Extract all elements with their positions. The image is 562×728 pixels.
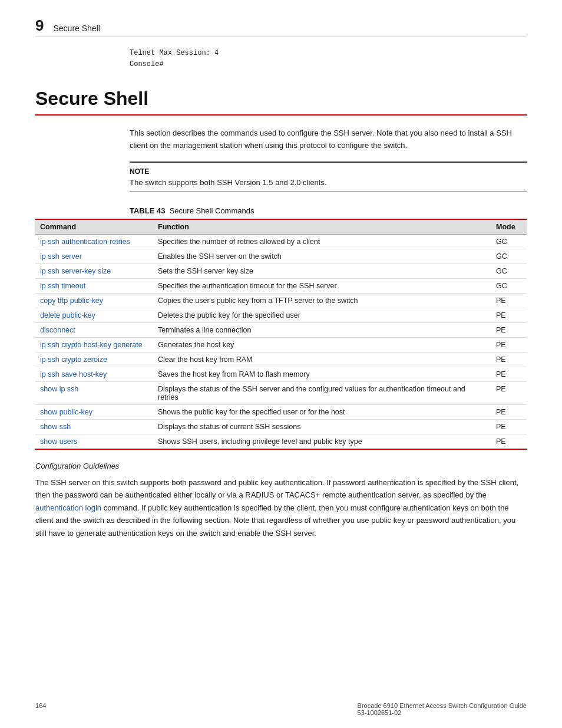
table-cell-function: Shows SSH users, including privilege lev… [153, 434, 491, 449]
table-row: copy tftp public-keyCopies the user's pu… [35, 293, 527, 308]
table-cell-function: Terminates a line connection [153, 322, 491, 337]
doc-title: Brocade 6910 Ethernet Access Switch Conf… [358, 702, 527, 709]
table-cell-command[interactable]: ip ssh save host-key [35, 367, 153, 381]
table-cell-function: Specifies the number of retries allowed … [153, 234, 491, 249]
table-cell-command[interactable]: disconnect [35, 322, 153, 337]
table-cell-function: Enables the SSH server on the switch [153, 249, 491, 263]
table-cell-mode: PE [491, 419, 527, 434]
table-cell-function: Displays the status of the SSH server an… [153, 381, 491, 404]
table-row: delete public-keyDeletes the public key … [35, 308, 527, 322]
config-body-text: The SSH server on this switch supports b… [35, 476, 527, 539]
doc-number: 53-1002651-02 [358, 709, 402, 716]
page-header: 9 Secure Shell [35, 18, 527, 37]
table-row: show ip sshDisplays the status of the SS… [35, 381, 527, 404]
note-box: NOTE The switch supports both SSH Versio… [130, 162, 527, 192]
table-cell-command[interactable]: show ssh [35, 419, 153, 434]
table-cell-mode: PE [491, 367, 527, 381]
chapter-number: 9 [35, 18, 44, 33]
note-label: NOTE [130, 167, 527, 176]
col-header-mode: Mode [491, 219, 527, 235]
table-cell-function: Shows the public key for the specified u… [153, 404, 491, 419]
col-header-function: Function [153, 219, 491, 235]
config-guidelines-title: Configuration Guidelines [35, 462, 527, 470]
table-row: show sshDisplays the status of current S… [35, 419, 527, 434]
code-line-1: Telnet Max Session: 4 [130, 48, 527, 59]
table-cell-mode: PE [491, 308, 527, 322]
table-cell-command[interactable]: show ip ssh [35, 381, 153, 404]
table-cell-command[interactable]: delete public-key [35, 308, 153, 322]
table-row: ip ssh server-key sizeSets the SSH serve… [35, 263, 527, 278]
table-caption: TABLE 43 Secure Shell Commands [130, 206, 527, 215]
table-row: ip ssh timeoutSpecifies the authenticati… [35, 278, 527, 293]
table-header: Command Function Mode [35, 219, 527, 235]
section-title: Secure Shell [35, 88, 527, 116]
table-cell-command[interactable]: show users [35, 434, 153, 449]
table-cell-function: Clear the host key from RAM [153, 352, 491, 367]
table-cell-command[interactable]: show public-key [35, 404, 153, 419]
table-cell-function: Specifies the authentication timeout for… [153, 278, 491, 293]
table-cell-mode: PE [491, 322, 527, 337]
doc-info: Brocade 6910 Ethernet Access Switch Conf… [358, 702, 527, 716]
col-header-command: Command [35, 219, 153, 235]
table-row: ip ssh crypto host-key generateGenerates… [35, 337, 527, 352]
page-number: 164 [35, 702, 46, 716]
table-body: ip ssh authentication-retriesSpecifies t… [35, 234, 527, 449]
table-row: ip ssh crypto zeroizeClear the host key … [35, 352, 527, 367]
table-title: Secure Shell Commands [170, 206, 254, 215]
table-cell-function: Copies the user's public key from a TFTP… [153, 293, 491, 308]
table-row: ip ssh save host-keySaves the host key f… [35, 367, 527, 381]
table-cell-command[interactable]: ip ssh server [35, 249, 153, 263]
table-cell-command[interactable]: copy tftp public-key [35, 293, 153, 308]
table-cell-command[interactable]: ip ssh crypto host-key generate [35, 337, 153, 352]
table-cell-mode: PE [491, 337, 527, 352]
intro-text: This section describes the commands used… [130, 127, 527, 152]
table-row: ip ssh authentication-retriesSpecifies t… [35, 234, 527, 249]
table-cell-mode: GC [491, 249, 527, 263]
code-block: Telnet Max Session: 4 Console# [130, 48, 527, 70]
table-row: show usersShows SSH users, including pri… [35, 434, 527, 449]
table-cell-mode: PE [491, 352, 527, 367]
auth-login-link[interactable]: authentication login [35, 503, 101, 512]
table-cell-function: Deletes the public key for the specified… [153, 308, 491, 322]
page-footer: 164 Brocade 6910 Ethernet Access Switch … [35, 702, 527, 716]
table-cell-mode: PE [491, 381, 527, 404]
table-cell-mode: GC [491, 278, 527, 293]
note-text: The switch supports both SSH Version 1.5… [130, 178, 527, 187]
table-cell-command[interactable]: ip ssh timeout [35, 278, 153, 293]
table-label: TABLE 43 [130, 206, 165, 215]
table-cell-mode: PE [491, 434, 527, 449]
table-cell-command[interactable]: ip ssh authentication-retries [35, 234, 153, 249]
chapter-title: Secure Shell [53, 18, 100, 33]
table-cell-function: Displays the status of current SSH sessi… [153, 419, 491, 434]
commands-table: Command Function Mode ip ssh authenticat… [35, 219, 527, 450]
table-cell-function: Generates the host key [153, 337, 491, 352]
page-content: 9 Secure Shell Telnet Max Session: 4 Con… [0, 0, 562, 570]
table-cell-mode: PE [491, 404, 527, 419]
table-cell-mode: PE [491, 293, 527, 308]
table-cell-mode: GC [491, 234, 527, 249]
table-row: show public-keyShows the public key for … [35, 404, 527, 419]
table-cell-mode: GC [491, 263, 527, 278]
table-cell-command[interactable]: ip ssh server-key size [35, 263, 153, 278]
table-row: disconnectTerminates a line connectionPE [35, 322, 527, 337]
table-row: ip ssh serverEnables the SSH server on t… [35, 249, 527, 263]
table-cell-function: Sets the SSH server key size [153, 263, 491, 278]
code-line-2: Console# [130, 59, 527, 70]
table-cell-command[interactable]: ip ssh crypto zeroize [35, 352, 153, 367]
table-cell-function: Saves the host key from RAM to flash mem… [153, 367, 491, 381]
